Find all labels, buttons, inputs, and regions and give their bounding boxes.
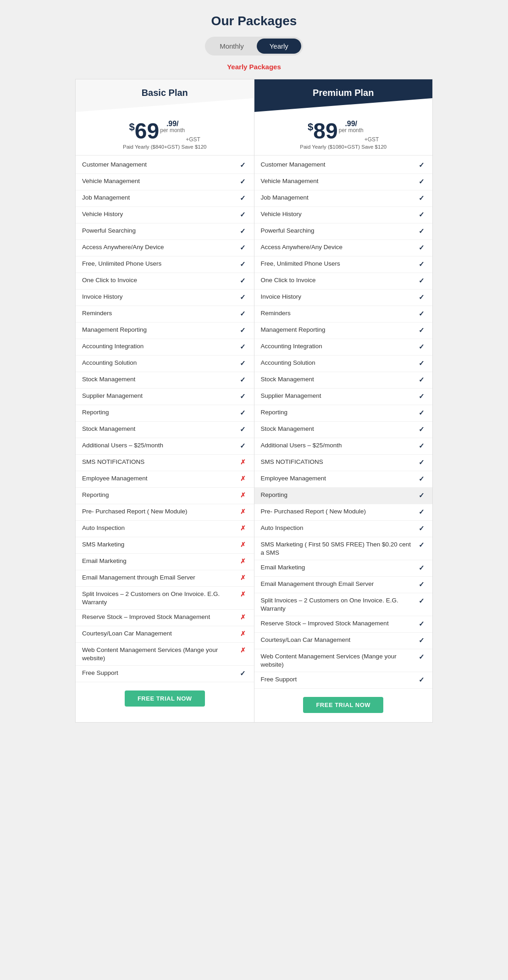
check-icon: ✓ bbox=[417, 475, 426, 483]
check-icon: ✓ bbox=[238, 161, 248, 169]
feature-name: Invoice History bbox=[82, 293, 238, 301]
list-item: Free, Unlimited Phone Users✓ bbox=[76, 256, 254, 273]
check-icon: ✓ bbox=[417, 392, 426, 401]
list-item: Auto Inspection✗ bbox=[76, 521, 254, 537]
feature-name: Vehicle History bbox=[261, 210, 417, 218]
premium-plan-header: Premium Plan bbox=[254, 79, 433, 112]
x-icon: ✗ bbox=[238, 458, 248, 466]
list-item: Management Reporting✓ bbox=[254, 323, 433, 339]
list-item: Free Support✓ bbox=[254, 672, 433, 689]
feature-name: SMS Marketing bbox=[82, 540, 238, 549]
check-icon: ✓ bbox=[417, 260, 426, 268]
premium-cta-area: Free TRIAL Now bbox=[254, 689, 433, 722]
basic-price-integer: 69 bbox=[135, 120, 159, 142]
check-icon: ✓ bbox=[238, 244, 248, 252]
feature-name: Courtesy/Loan Car Management bbox=[82, 629, 238, 638]
list-item: Vehicle Management✓ bbox=[254, 174, 433, 190]
basic-price-cents: .99/ bbox=[160, 120, 185, 128]
check-icon: ✓ bbox=[238, 326, 248, 334]
feature-name: Reporting bbox=[82, 408, 238, 417]
toggle-container: Monthly Yearly bbox=[9, 37, 499, 56]
check-icon: ✓ bbox=[417, 194, 426, 202]
check-icon: ✓ bbox=[238, 392, 248, 401]
check-icon: ✓ bbox=[238, 310, 248, 318]
list-item: SMS Marketing ( First 50 SMS FREE) Then … bbox=[254, 537, 433, 560]
premium-features-list: Customer Management✓Vehicle Management✓J… bbox=[254, 157, 433, 689]
check-icon: ✓ bbox=[238, 194, 248, 202]
list-item: Employee Management✗ bbox=[76, 471, 254, 488]
list-item: Web Content Management Services (Mange y… bbox=[76, 643, 254, 666]
basic-price-note: Paid Yearly ($840+GST) Save $120 bbox=[80, 144, 249, 150]
feature-name: SMS Marketing ( First 50 SMS FREE) Then … bbox=[261, 540, 417, 557]
list-item: Auto Inspection✓ bbox=[254, 521, 433, 537]
feature-name: Supplier Management bbox=[82, 392, 238, 400]
feature-name: Management Reporting bbox=[82, 326, 238, 334]
list-item: Reporting✗ bbox=[76, 488, 254, 504]
list-item: Customer Management✓ bbox=[254, 157, 433, 174]
list-item: Reporting✓ bbox=[76, 405, 254, 422]
basic-features-list: Customer Management✓Vehicle Management✓J… bbox=[76, 157, 254, 682]
check-icon: ✓ bbox=[238, 211, 248, 219]
check-icon: ✓ bbox=[417, 161, 426, 169]
yearly-toggle[interactable]: Yearly bbox=[257, 39, 301, 54]
feature-name: Stock Management bbox=[82, 425, 238, 433]
feature-name: One Click to Invoice bbox=[82, 276, 238, 284]
check-icon: ✓ bbox=[417, 653, 426, 661]
basic-price-gst: +GST bbox=[186, 137, 200, 142]
list-item: One Click to Invoice✓ bbox=[76, 273, 254, 290]
feature-name: Reporting bbox=[261, 408, 417, 417]
list-item: Invoice History✓ bbox=[76, 290, 254, 306]
list-item: Stock Management✓ bbox=[254, 422, 433, 438]
basic-price-area: $ 69 .99/ per month +GST Paid Yearly ($8… bbox=[76, 112, 254, 153]
check-icon: ✓ bbox=[238, 277, 248, 285]
monthly-toggle[interactable]: Monthly bbox=[207, 39, 257, 54]
check-icon: ✓ bbox=[417, 425, 426, 434]
feature-name: Free, Unlimited Phone Users bbox=[261, 260, 417, 268]
premium-cta-button[interactable]: Free TRIAL Now bbox=[303, 697, 383, 713]
list-item: SMS NOTIFICATIONS✓ bbox=[254, 455, 433, 471]
feature-name: Powerful Searching bbox=[261, 227, 417, 235]
x-icon: ✗ bbox=[238, 590, 248, 598]
x-icon: ✗ bbox=[238, 541, 248, 548]
feature-name: Customer Management bbox=[261, 161, 417, 169]
premium-plan-name: Premium Plan bbox=[313, 88, 374, 98]
check-icon: ✓ bbox=[238, 425, 248, 434]
basic-price-per: per month bbox=[160, 128, 185, 133]
feature-name: Vehicle Management bbox=[261, 177, 417, 185]
feature-name: Split Invoices – 2 Customers on One Invo… bbox=[261, 596, 417, 612]
list-item: Split Invoices – 2 Customers on One Invo… bbox=[76, 587, 254, 610]
premium-price-note: Paid Yearly ($1080+GST) Save $120 bbox=[259, 144, 428, 150]
feature-name: Free Support bbox=[82, 669, 238, 677]
x-icon: ✗ bbox=[238, 646, 248, 654]
feature-name: Access Anywhere/Any Device bbox=[82, 243, 238, 251]
feature-name: Accounting Integration bbox=[261, 342, 417, 351]
basic-cta-area: FREE TRIAL NOw bbox=[76, 682, 254, 716]
feature-name: Reminders bbox=[82, 309, 238, 317]
list-item: Additional Users – $25/month✓ bbox=[76, 438, 254, 455]
feature-name: Auto Inspection bbox=[261, 524, 417, 532]
feature-name: Reserve Stock – Improved Stock Managemen… bbox=[82, 613, 238, 621]
feature-name: Reporting bbox=[261, 491, 417, 499]
feature-name: Auto Inspection bbox=[82, 524, 238, 532]
feature-name: Vehicle History bbox=[82, 210, 238, 218]
check-icon: ✓ bbox=[417, 458, 426, 467]
feature-name: Additional Users – $25/month bbox=[82, 441, 238, 450]
feature-name: Split Invoices – 2 Customers on One Invo… bbox=[82, 590, 238, 606]
check-icon: ✓ bbox=[417, 211, 426, 219]
check-icon: ✓ bbox=[417, 676, 426, 684]
list-item: Supplier Management✓ bbox=[254, 389, 433, 405]
feature-name: Pre- Purchased Report ( New Module) bbox=[82, 507, 238, 516]
list-item: Email Marketing✗ bbox=[76, 554, 254, 570]
premium-price-per: per month bbox=[339, 128, 364, 133]
list-item: Job Management✓ bbox=[254, 190, 433, 207]
list-item: Pre- Purchased Report ( New Module)✗ bbox=[76, 504, 254, 521]
check-icon: ✓ bbox=[417, 580, 426, 589]
check-icon: ✓ bbox=[238, 409, 248, 417]
feature-name: Free Support bbox=[261, 675, 417, 684]
list-item: Email Marketing✓ bbox=[254, 560, 433, 577]
list-item: SMS Marketing✗ bbox=[76, 537, 254, 554]
list-item: Job Management✓ bbox=[76, 190, 254, 207]
basic-cta-button[interactable]: FREE TRIAL NOw bbox=[125, 690, 205, 707]
list-item: Email Management through Email Server✗ bbox=[76, 570, 254, 587]
list-item: Email Management through Email Server✓ bbox=[254, 577, 433, 593]
